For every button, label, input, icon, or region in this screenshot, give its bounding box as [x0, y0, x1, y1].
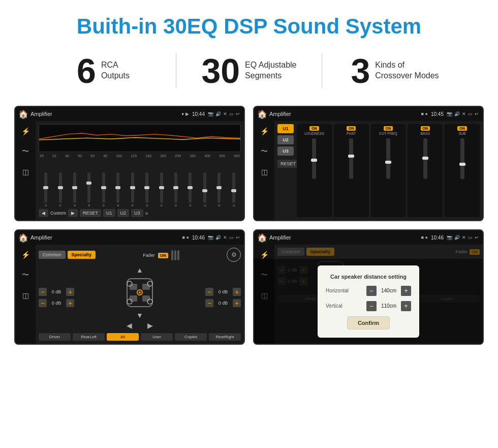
dialog-title: Car speaker distance setting — [326, 274, 411, 280]
dsp-bass-slider[interactable] — [423, 138, 427, 179]
nav-all-btn[interactable]: All — [107, 333, 139, 341]
screen-eq-time: 10:44 — [192, 111, 205, 117]
dsp-sub-toggle[interactable]: ON — [457, 126, 467, 131]
cross-sidebar-icon-2[interactable]: 〜 — [19, 269, 32, 281]
screens-grid: 🏠 Amplifier ● ▶ 10:44 📷🔊✕▭↩ ⚡ 〜 ◫ — [0, 101, 498, 355]
db-controls-right: − 0 dB + − 0 dB + — [205, 288, 241, 307]
screen-dsp-content: ⚡ 〜 ◫ U1 U2 U3 RESET ON LOUDNESS — [254, 121, 483, 220]
dsp-loudness-name: LOUDNESS — [304, 132, 324, 135]
eq-slider-4[interactable]: 5 — [83, 172, 95, 207]
eq-slider-10[interactable]: 0 — [170, 172, 182, 207]
dsp-sidebar-icon-2[interactable]: 〜 — [258, 145, 270, 158]
home-icon-4[interactable]: 🏠 — [258, 233, 266, 242]
horizontal-minus-btn[interactable]: − — [366, 286, 377, 296]
fader-slider-3[interactable] — [177, 250, 179, 260]
eq-slider-2[interactable]: 0 — [54, 172, 66, 207]
eq-reset-btn[interactable]: RESET — [80, 209, 101, 217]
dsp-phat-toggle[interactable]: ON — [347, 126, 356, 131]
eq-slider-6[interactable]: 0 — [112, 172, 124, 207]
dsp-channel-phat: ON PHAT — [334, 124, 369, 217]
db-minus-rr[interactable]: − — [205, 299, 213, 307]
fader-row: Fader ON — [143, 250, 179, 260]
dsp-cutfreq-slider[interactable] — [386, 138, 390, 179]
home-icon[interactable]: 🏠 — [19, 110, 27, 118]
dsp-bass-toggle[interactable]: ON — [421, 126, 430, 131]
eq-slider-12[interactable]: -1 — [199, 172, 211, 207]
screen-dsp-time: 10:45 — [431, 111, 444, 117]
crossover-body: − 0 dB + − 0 dB + ▲ — [39, 264, 241, 331]
dsp-sidebar-icon-3[interactable]: ◫ — [258, 166, 270, 178]
cross-sidebar-icon-1[interactable]: ⚡ — [19, 249, 32, 261]
eq-main: 2532405063 80100125160200 25032040050063… — [36, 121, 244, 220]
fader-sliders — [171, 250, 179, 260]
eq-sidebar-icon-2[interactable]: 〜 — [19, 145, 32, 158]
db-value-fl: 0 dB — [49, 289, 64, 294]
vertical-minus-btn[interactable]: − — [366, 301, 377, 311]
db-row-rl: − 0 dB + — [39, 299, 74, 307]
stat-crossover: 3 Kinds of Crossover Modes — [322, 53, 468, 88]
vertical-plus-btn[interactable]: + — [401, 301, 411, 311]
dsp-preset-u3[interactable]: U3 — [277, 146, 294, 156]
dialog-vertical-label: Vertical — [326, 303, 356, 309]
home-icon-2[interactable]: 🏠 — [258, 110, 266, 118]
crossover-tabs: Common Specialty — [39, 251, 96, 259]
dsp-phat-slider[interactable] — [349, 138, 353, 179]
eq-sidebar-icon-3[interactable]: ◫ — [19, 166, 32, 178]
db-plus-rl[interactable]: + — [66, 299, 74, 307]
dsp-loudness-toggle[interactable]: ON — [309, 126, 319, 131]
nav-user-btn[interactable]: User — [141, 333, 173, 341]
dsp-sidebar-icon-1[interactable]: ⚡ — [258, 125, 270, 137]
db-minus-fr[interactable]: − — [205, 288, 213, 296]
db-row-fr: − 0 dB + — [205, 288, 241, 296]
home-icon-3[interactable]: 🏠 — [19, 233, 27, 242]
vertical-value: 110cm — [379, 303, 399, 309]
eq-prev-btn[interactable]: ◀ — [39, 209, 48, 217]
nav-rearleft-btn[interactable]: RearLeft — [73, 333, 105, 341]
horizontal-plus-btn[interactable]: + — [401, 286, 411, 296]
dsp-preset-u2[interactable]: U2 — [277, 135, 294, 144]
fader-slider-2[interactable] — [174, 250, 176, 260]
nav-driver-btn[interactable]: Driver — [39, 333, 71, 341]
eq-slider-5[interactable]: 0 — [98, 172, 110, 207]
nav-up-icon[interactable]: ▲ — [136, 266, 143, 274]
eq-slider-9[interactable]: 0 — [155, 172, 167, 207]
settings-icon[interactable]: ⚙ — [227, 248, 241, 262]
dsp-preset-u1[interactable]: U1 — [277, 124, 294, 133]
dsp-sub-slider[interactable] — [460, 138, 464, 179]
eq-u3-btn[interactable]: U3 — [131, 209, 143, 217]
nav-rearright-btn[interactable]: RearRight — [209, 333, 241, 341]
eq-slider-11[interactable]: 0 — [184, 172, 196, 207]
dsp-loudness-slider[interactable] — [312, 138, 316, 179]
eq-u2-btn[interactable]: U2 — [117, 209, 130, 217]
fader-slider-1[interactable] — [171, 250, 173, 260]
db-plus-rr[interactable]: + — [233, 299, 241, 307]
db-minus-fl[interactable]: − — [39, 288, 47, 296]
eq-slider-13[interactable]: 0 — [213, 172, 225, 207]
stat-rca-number: 6 — [77, 53, 96, 88]
confirm-button[interactable]: Confirm — [347, 316, 390, 330]
eq-next-btn[interactable]: ▶ — [68, 209, 78, 217]
eq-u1-btn[interactable]: U1 — [103, 209, 115, 217]
nav-copilot-btn[interactable]: Copilot — [175, 333, 207, 341]
nav-right-icon[interactable]: ▶ — [147, 321, 153, 330]
nav-down-icon[interactable]: ▼ — [136, 311, 143, 319]
db-plus-fl[interactable]: + — [66, 288, 74, 296]
nav-left-icon[interactable]: ◀ — [127, 321, 132, 330]
db-minus-rl[interactable]: − — [39, 299, 47, 307]
eq-slider-3[interactable]: 0 — [69, 172, 81, 207]
dsp-cutfreq-toggle[interactable]: ON — [384, 126, 393, 131]
dsp-reset-btn[interactable]: RESET — [277, 160, 299, 168]
cross-sidebar-icon-3[interactable]: ◫ — [19, 289, 32, 302]
screen-dialog-title: Amplifier — [269, 234, 418, 241]
db-plus-fr[interactable]: + — [233, 288, 241, 296]
cross-tab-specialty[interactable]: Specialty — [68, 251, 96, 259]
eq-freq-labels: 2532405063 80100125160200 25032040050063… — [39, 154, 241, 158]
stat-rca: 6 RCA Outputs — [30, 53, 176, 88]
eq-slider-7[interactable]: 0 — [127, 172, 139, 207]
eq-slider-8[interactable]: 0 — [141, 172, 153, 207]
eq-slider-1[interactable]: 0 — [40, 172, 52, 207]
fader-toggle[interactable]: ON — [158, 253, 168, 258]
eq-slider-14[interactable]: -1 — [227, 172, 239, 207]
cross-tab-common[interactable]: Common — [39, 251, 66, 259]
eq-sidebar-icon-1[interactable]: ⚡ — [19, 125, 32, 137]
